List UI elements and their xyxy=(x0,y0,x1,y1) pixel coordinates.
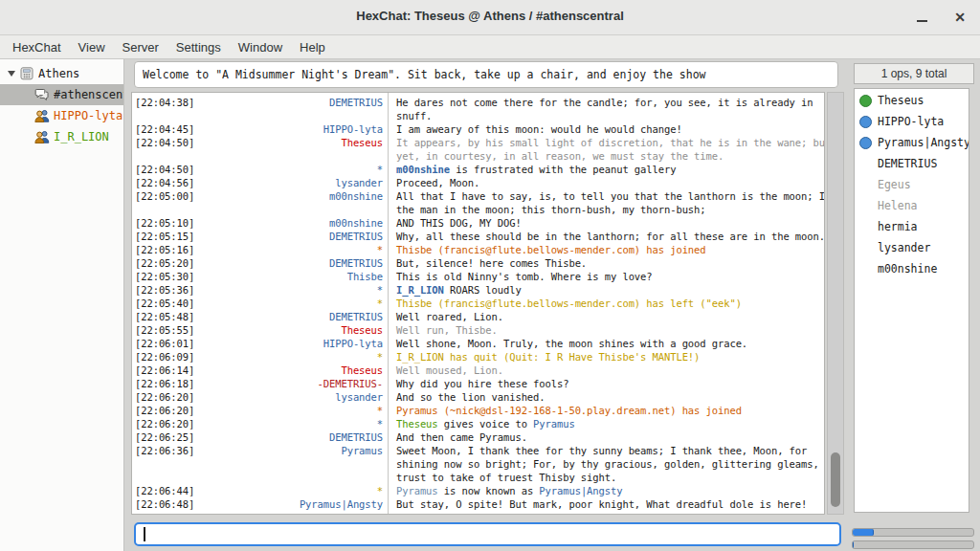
chat-timestamp: [22:05:30] xyxy=(135,270,196,283)
no-badge xyxy=(859,158,872,170)
close-button[interactable]: ✕ xyxy=(947,6,972,29)
dialog-icon xyxy=(34,130,50,143)
chat-timestamp: [22:06:20] xyxy=(135,417,196,430)
chat-timestamp: [22:06:20] xyxy=(135,390,196,404)
menu-view[interactable]: View xyxy=(70,37,114,57)
chat-message: Pyramus is now known as Pyramus|Angsty xyxy=(396,484,622,497)
chat-timestamp: [22:06:09] xyxy=(135,350,196,364)
minimize-icon xyxy=(917,20,927,22)
chat-message: Well run, Thisbe. xyxy=(396,323,498,337)
expander-icon[interactable] xyxy=(8,71,15,77)
chat-message-segment: Thisbe (francis@flute.bellows-mender.com… xyxy=(396,298,742,309)
chat-nick: lysander xyxy=(196,176,383,189)
tree-item-label: I_R_LION xyxy=(54,130,109,143)
tree-item-i-r-lion[interactable]: I_R_LION xyxy=(0,126,123,147)
menu-settings[interactable]: Settings xyxy=(167,37,230,57)
chat-message-segment: Pyramus|Angsty xyxy=(539,485,622,496)
chat-row: [22:06:20]lysanderAnd so the lion vanish… xyxy=(132,390,824,404)
chat-message-segment: And then came Pyramus. xyxy=(396,431,527,443)
tree-item--athenscentral[interactable]: #athenscentral xyxy=(0,84,123,105)
no-badge xyxy=(859,263,872,276)
user-list-item-pyramus-angsty[interactable]: Pyramus|Angsty xyxy=(855,132,969,153)
chat-nick: * xyxy=(196,350,383,364)
minimize-button[interactable] xyxy=(909,6,934,29)
chat-message: I_R_LION ROARS loudly xyxy=(396,283,522,297)
chat-row: [22:04:45]HIPPO-lytaI am aweary of this … xyxy=(132,122,824,136)
chat-row: [22:04:38]DEMETRIUSHe dares not come the… xyxy=(132,96,824,109)
chat-nick: DEMETRIUS xyxy=(196,96,383,109)
lag-meter-fill xyxy=(853,529,874,536)
ops-count-label: 1 ops, 9 total xyxy=(881,67,947,80)
user-list-item-m00nshine[interactable]: m00nshine xyxy=(855,258,969,279)
chat-message: m00nshine is frustrated with the peanut … xyxy=(396,163,676,176)
chat-scrollbar-thumb[interactable] xyxy=(831,452,840,507)
chat-message-segment: And so the lion vanished. xyxy=(396,391,546,403)
chat-nick: Pyramus xyxy=(196,444,383,457)
chat-timestamp xyxy=(135,149,196,163)
chat-message: Well moused, Lion. xyxy=(396,364,503,377)
chat-timestamp: [22:06:44] xyxy=(135,484,196,497)
chat-message-segment: All that I have to say, is, to tell you … xyxy=(396,190,825,202)
user-list-item-hippo-lyta[interactable]: HIPPO-lyta xyxy=(855,111,969,132)
chat-message-segment: the man in the moon; this thorn-bush, my… xyxy=(396,204,706,215)
chat-row: [22:05:30]ThisbeThis is old Ninny's tomb… xyxy=(132,270,824,283)
chat-message-segment: Pyramus xyxy=(533,418,575,430)
chat-nick: * xyxy=(196,484,383,497)
menu-server[interactable]: Server xyxy=(114,37,167,57)
user-list-item-hermia[interactable]: hermia xyxy=(855,216,969,237)
chat-row: [22:04:56]lysanderProceed, Moon. xyxy=(132,176,824,189)
chat-nick: * xyxy=(196,283,383,297)
chat-row: [22:05:36]*I_R_LION ROARS loudly xyxy=(132,283,824,297)
nick-column-separator xyxy=(388,93,389,514)
chat-message: Well roared, Lion. xyxy=(396,310,503,323)
chat-message-segment: is frustrated with the peanut gallery xyxy=(450,164,676,175)
chat-nick: Theseus xyxy=(196,136,383,149)
chat-row: [22:05:00]m00nshineAll that I have to sa… xyxy=(132,189,824,203)
topic-entry[interactable] xyxy=(134,61,838,88)
hexchat-window: HexChat: Theseus @ Athens / #athenscentr… xyxy=(0,0,980,551)
chat-row: shining now so bright; For, by thy graci… xyxy=(132,457,824,471)
chat-timestamp: [22:05:20] xyxy=(135,256,196,270)
chat-scrollbar[interactable] xyxy=(827,92,844,515)
chat-message-segment: Theseus xyxy=(396,418,438,430)
chat-row: [22:05:10]m00nshineAND THIS DOG, MY DOG! xyxy=(132,216,824,230)
chat-row: [22:06:01]HIPPO-lytaWell shone, Moon. Tr… xyxy=(132,337,824,350)
chat-message-segment: Pyramus xyxy=(396,485,438,496)
chat-row: [22:06:14]TheseusWell moused, Lion. xyxy=(132,364,824,377)
user-name: lysander xyxy=(878,241,930,254)
chat-message-segment: snuff. xyxy=(396,110,432,121)
menu-hexchat[interactable]: HexChat xyxy=(4,37,70,57)
chat-message-segment: Well shone, Moon. Truly, the moon shines… xyxy=(396,338,747,349)
message-input[interactable] xyxy=(134,522,841,546)
menu-help[interactable]: Help xyxy=(291,37,334,57)
chat-nick: m00nshine xyxy=(196,216,383,230)
menu-window[interactable]: Window xyxy=(230,37,291,57)
chat-nick: * xyxy=(196,163,383,176)
user-list-item-lysander[interactable]: lysander xyxy=(855,237,969,258)
chat-message: Thisbe (francis@flute.bellows-mender.com… xyxy=(396,297,742,310)
chat-nick: DEMETRIUS xyxy=(196,430,383,444)
chat-message: the man in the moon; this thorn-bush, my… xyxy=(396,203,706,216)
user-list-item-egeus[interactable]: Egeus xyxy=(855,174,969,195)
no-badge xyxy=(859,242,872,254)
user-list-item-demetrius[interactable]: DEMETRIUS xyxy=(855,153,969,174)
chat-nick: Pyramus|Angsty xyxy=(196,497,383,511)
chat-message-segment: This is old Ninny's tomb. Where is my lo… xyxy=(396,271,653,282)
user-list-item-theseus[interactable]: Theseus xyxy=(855,90,969,111)
chat-message: Why did you hire these fools? xyxy=(396,377,568,390)
titlebar[interactable]: HexChat: Theseus @ Athens / #athenscentr… xyxy=(0,0,980,35)
chat-timestamp: [22:04:50] xyxy=(135,136,196,149)
user-name: m00nshine xyxy=(878,262,937,276)
chat-message: He dares not come there for the candle; … xyxy=(396,96,813,109)
user-list-item-helena[interactable]: Helena xyxy=(855,195,969,216)
chat-row: [22:06:20]*Theseus gives voice to Pyramu… xyxy=(132,417,824,430)
chat-timestamp: [22:05:16] xyxy=(135,243,196,256)
chat-message: Why, all these should be in the lanthorn… xyxy=(396,230,825,243)
chat-message: I_R_LION has quit (Quit: I R Have Thisbe… xyxy=(396,350,700,364)
chat-message: trust to take of truest Thisby sight. xyxy=(396,471,616,484)
chat-message-segment: is now known as xyxy=(438,485,540,496)
tree-item-hippo-lyta[interactable]: HIPPO-lyta xyxy=(0,105,123,126)
chat-message-segment: But stay, O spite! But mark, poor knight… xyxy=(396,498,807,510)
throttle-meter xyxy=(852,540,974,549)
tree-network-row[interactable]: Athens xyxy=(0,63,123,84)
